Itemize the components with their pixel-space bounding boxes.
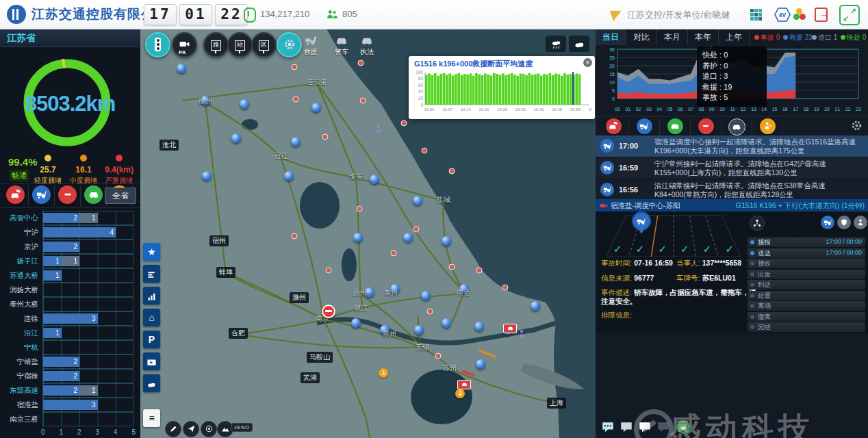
timeline-step[interactable]: 到达: [748, 280, 865, 289]
menu-tool-button[interactable]: ≡: [143, 409, 160, 427]
area-sign-layer-button[interactable]: 区: [251, 32, 277, 57]
device-dot-marker[interactable]: [326, 268, 332, 274]
rescue-unit-button[interactable]: [821, 216, 834, 229]
column-stats-tool-button[interactable]: [143, 287, 160, 305]
camera-cluster-marker[interactable]: [403, 233, 413, 242]
bar-row-label[interactable]: 连徐: [0, 314, 38, 324]
bar-row-label[interactable]: 苏通大桥: [0, 271, 38, 281]
camera-cluster-marker[interactable]: [413, 196, 422, 205]
bar-row-label[interactable]: 宁宿徐: [0, 372, 38, 381]
draw-tool-button[interactable]: [165, 421, 181, 437]
weather-cloud-button[interactable]: [569, 36, 589, 52]
jeno-map-badge[interactable]: JENO: [231, 423, 253, 432]
app-grid-icon[interactable]: [750, 9, 754, 12]
bar-row-label[interactable]: 宿淮盐: [0, 400, 38, 410]
popup-close-icon[interactable]: ×: [583, 58, 592, 67]
tollgate-icon[interactable]: [728, 118, 745, 136]
accident-icon[interactable]: [606, 118, 622, 134]
camera-cluster-marker[interactable]: [231, 133, 241, 143]
camera-cluster-marker[interactable]: [442, 318, 451, 328]
device-dot-marker[interactable]: [292, 233, 298, 240]
patrol-person-marker[interactable]: [517, 328, 526, 339]
control-event-marker[interactable]: [322, 305, 335, 318]
camera-cluster-marker[interactable]: [202, 171, 212, 181]
event-row[interactable]: 16:59宁沪常州接到一起清障请求。清障地点在G42沪蓉高速K155+000(上…: [596, 157, 868, 179]
construction-marker[interactable]: [455, 389, 465, 398]
device-dot-marker[interactable]: [449, 264, 455, 270]
camera-cluster-marker[interactable]: [421, 291, 431, 300]
timeline-step[interactable]: 接收: [748, 259, 865, 268]
timeline-step[interactable]: 撤离: [748, 312, 865, 322]
camera-cluster-marker[interactable]: [474, 322, 484, 331]
timeline-step[interactable]: 接报17:00 / 00:00: [748, 237, 865, 247]
construction-marker[interactable]: [379, 368, 388, 378]
bar-row-label[interactable]: 南京三桥: [0, 415, 38, 424]
chat-icon[interactable]: [620, 420, 633, 434]
tab-2[interactable]: 对比: [626, 29, 657, 45]
timeline-step[interactable]: 离场: [748, 301, 865, 311]
device-dot-marker[interactable]: [293, 96, 299, 103]
timeline-step[interactable]: 出发: [748, 270, 865, 279]
parking-tool-button[interactable]: P: [143, 331, 160, 348]
bar-row-label[interactable]: 京沪: [0, 242, 38, 252]
event-row[interactable]: 16:56沿江锡常接到一起清障请求。清障地点在S38常合高速K84+000(常熟…: [596, 179, 868, 201]
event-row[interactable]: 17:00宿淮盐调度中心接到一起清障请求。清障地点在G1516盐洛高速K196+…: [596, 136, 868, 157]
bar-row-label[interactable]: 沿江: [0, 328, 38, 338]
camera-cluster-marker[interactable]: [365, 287, 374, 297]
measure-tool-button[interactable]: [201, 421, 217, 437]
province-filter-button[interactable]: 全省: [105, 188, 136, 204]
device-dot-marker[interactable]: [449, 168, 455, 175]
bar-row-label[interactable]: 扬子江: [0, 257, 38, 266]
traffic-light-layer-button[interactable]: [145, 32, 170, 57]
device-dot-marker[interactable]: [358, 60, 364, 66]
control-icon[interactable]: [698, 118, 714, 134]
device-dot-marker[interactable]: [413, 227, 420, 233]
camera-cluster-marker[interactable]: [311, 103, 321, 112]
bar-stats-tool-button[interactable]: [143, 265, 160, 283]
4v-platform-icon[interactable]: 4V: [774, 7, 791, 23]
camera-layer-button[interactable]: PA: [172, 32, 197, 57]
device-dot-marker[interactable]: [435, 353, 442, 359]
timeline-step[interactable]: 处置: [748, 291, 865, 300]
cloud-tool-button[interactable]: [143, 374, 160, 392]
device-dot-marker[interactable]: [422, 148, 428, 154]
rescue-icon[interactable]: [32, 185, 51, 204]
patrol-person-marker[interactable]: [374, 124, 383, 134]
tab-5[interactable]: 上年: [719, 29, 750, 45]
quickclear-icon[interactable]: [667, 118, 683, 134]
favorites-tool-button[interactable]: ★: [143, 243, 160, 261]
settings-gear-icon[interactable]: [851, 120, 863, 131]
bar-row-label[interactable]: 润扬大桥: [0, 285, 38, 295]
quickclear-icon[interactable]: [84, 185, 103, 204]
rescue-vehicle-toggle[interactable]: 救援: [302, 34, 320, 57]
rescue-icon[interactable]: [637, 118, 652, 134]
timeline-step[interactable]: 送达17:00 / 00:00: [748, 248, 865, 258]
device-dot-marker[interactable]: [427, 309, 433, 315]
weather-rain-button[interactable]: [546, 36, 566, 52]
org-network-button[interactable]: [750, 216, 765, 231]
bar-row-label[interactable]: 宁杭: [0, 343, 38, 352]
video-tool-button[interactable]: [143, 352, 160, 370]
camera-cluster-marker[interactable]: [351, 318, 361, 328]
settings-layer-button[interactable]: [277, 32, 302, 57]
home-tool-button[interactable]: ⌂: [143, 309, 160, 326]
user-breadcrumb[interactable]: 江苏交控/开发单位/俞晓健: [627, 9, 730, 21]
police-unit-button[interactable]: [837, 216, 851, 229]
control-icon[interactable]: [58, 185, 77, 204]
incident-badge-marker[interactable]: [457, 380, 471, 389]
device-dot-marker[interactable]: [502, 285, 509, 291]
camera-cluster-marker[interactable]: [240, 99, 249, 109]
device-dot-marker[interactable]: [401, 120, 407, 127]
camera-cluster-marker[interactable]: [177, 64, 186, 73]
device-dot-marker[interactable]: [292, 64, 298, 70]
device-dot-marker[interactable]: [360, 98, 366, 104]
camera-cluster-marker[interactable]: [414, 325, 424, 335]
camera-cluster-marker[interactable]: [531, 301, 540, 311]
road-admin-unit-button[interactable]: [854, 216, 867, 229]
bar-row-label[interactable]: 宁靖盐: [0, 357, 38, 367]
logout-icon[interactable]: [815, 8, 828, 22]
accident-icon[interactable]: [6, 185, 25, 204]
camera-cluster-marker[interactable]: [370, 175, 379, 184]
device-dot-marker[interactable]: [357, 206, 363, 212]
camera-cluster-marker[interactable]: [353, 233, 363, 242]
